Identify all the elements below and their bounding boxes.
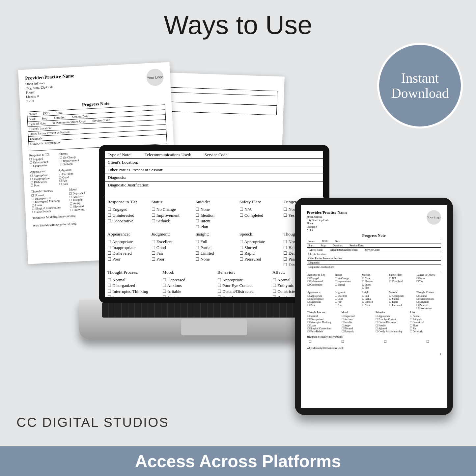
badge-line1: Instant bbox=[401, 70, 439, 86]
laptop-screen-content: Type of Note:Telecommunications Used:Ser… bbox=[105, 151, 323, 297]
laptop-checklist-row1: Response to TX: Engaged Uninterested Coo… bbox=[105, 197, 323, 230]
laptop-checklist-row2: Appearance: Appropriate Inappropriate Di… bbox=[105, 230, 323, 268]
logo-placeholder: Your Logo bbox=[146, 68, 164, 86]
instant-download-badge: Instant Download bbox=[377, 43, 463, 128]
page-number: 1 bbox=[307, 353, 441, 356]
laptop-checklist-row3: Thought Process: Normal Disorganized Int… bbox=[105, 268, 323, 297]
page-heading: Ways to Use bbox=[0, 10, 476, 40]
footer-bar: Access Across Platforms bbox=[0, 446, 476, 476]
provider-address: Street Address City, State, Zip Code Pho… bbox=[25, 79, 75, 103]
tablet-screen-content: Provider/Practice Name Street Address Ci… bbox=[301, 205, 447, 408]
brand-label: CC DIGITAL STUDIOS bbox=[16, 415, 169, 430]
tablet-mockup: Provider/Practice Name Street Address Ci… bbox=[295, 198, 453, 415]
badge-line2: Download bbox=[391, 86, 449, 101]
logo-placeholder: Your Logo bbox=[427, 210, 441, 225]
